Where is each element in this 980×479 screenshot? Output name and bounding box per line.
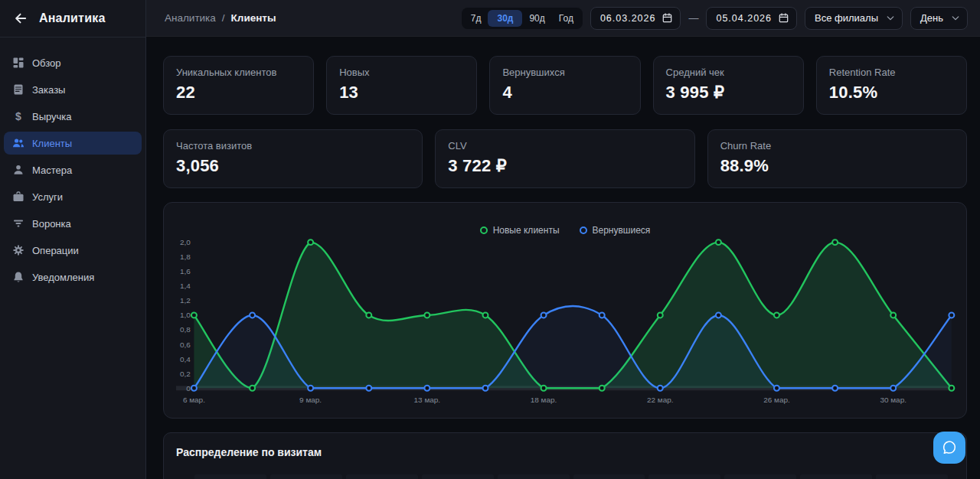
chevron-down-icon (887, 15, 894, 22)
chat-bubble-icon (942, 440, 957, 455)
kpi-value: 88.9% (720, 156, 954, 176)
sidebar-item-masters[interactable]: Мастера (4, 158, 142, 181)
legend-item-returned[interactable]: Вернувшиеся (580, 225, 651, 236)
svg-text:1,4: 1,4 (180, 282, 191, 290)
kpi-value: 13 (339, 83, 464, 103)
svg-text:6 мар.: 6 мар. (183, 396, 205, 404)
legend-dot-blue (580, 226, 587, 234)
sidebar-item-operations[interactable]: Операции (4, 239, 142, 262)
kpi-label: Вернувшихся (502, 67, 627, 78)
sidebar-item-funnel[interactable]: Воронка (4, 212, 142, 235)
dist-bar (346, 474, 418, 479)
branch-filter-select[interactable]: Все филиалы (805, 7, 903, 30)
dist-bar (573, 474, 645, 479)
breadcrumb-separator: / (222, 12, 225, 24)
sidebar-item-label: Услуги (32, 191, 63, 203)
svg-text:0,8: 0,8 (180, 326, 191, 334)
range-option-year[interactable]: Год (552, 10, 580, 27)
kpi-value: 10.5% (829, 83, 954, 103)
granularity-value: День (920, 12, 943, 24)
legend-label: Вернувшиеся (593, 225, 651, 236)
svg-text:2,0: 2,0 (180, 238, 191, 246)
sidebar-item-revenue[interactable]: $ Выручка (4, 105, 142, 128)
date-range-dash: — (688, 12, 698, 24)
sidebar-header: Аналитика (0, 0, 145, 37)
branch-filter-value: Все филиалы (815, 12, 878, 24)
svg-text:9 мар.: 9 мар. (299, 396, 322, 404)
sidebar-item-label: Операции (32, 245, 79, 256)
kpi-value: 22 (176, 83, 301, 103)
funnel-icon (12, 217, 24, 230)
dist-bar (422, 474, 494, 479)
kpi-row-2: Частота визитов 3,056 CLV 3 722 ₽ Churn … (163, 129, 967, 188)
person-icon (12, 164, 24, 176)
legend-item-new-clients[interactable]: Новые клиенты (480, 225, 560, 236)
kpi-label: Средний чек (666, 67, 791, 78)
range-option-7d[interactable]: 7д (464, 10, 488, 27)
svg-text:0: 0 (186, 384, 191, 393)
kpi-card-clv: CLV 3 722 ₽ (435, 129, 694, 188)
svg-text:1,8: 1,8 (180, 253, 191, 261)
sidebar-item-overview[interactable]: Обзор (4, 51, 142, 74)
kpi-value: 4 (502, 83, 627, 103)
kpi-value: 3 995 ₽ (666, 83, 791, 103)
svg-text:30 мар.: 30 мар. (880, 396, 906, 404)
svg-text:0,4: 0,4 (180, 355, 191, 363)
dollar-icon: $ (12, 110, 24, 122)
dist-bar (724, 474, 796, 479)
dist-bar (498, 474, 570, 479)
granularity-select[interactable]: День (910, 7, 968, 30)
sidebar-item-services[interactable]: Услуги (4, 185, 142, 208)
svg-text:18 мар.: 18 мар. (531, 396, 557, 404)
dist-bar (876, 474, 948, 479)
topbar-controls: 7д 30д 90д Год 06.03.2026 — 05.04.2026 В… (462, 7, 968, 30)
kpi-label: Новых (339, 67, 464, 78)
sidebar: Аналитика Обзор Заказы $ Выручка Клиенты… (0, 0, 146, 479)
svg-text:22 мар.: 22 мар. (647, 396, 674, 404)
gear-icon (12, 244, 24, 256)
date-from-value: 06.03.2026 (600, 13, 656, 24)
clients-line-chart-card: Новые клиенты Вернувшиеся 00,20,40,60,81… (163, 202, 967, 419)
dist-bar (194, 474, 266, 479)
app: Аналитика Обзор Заказы $ Выручка Клиенты… (0, 0, 980, 479)
kpi-row-1: Уникальных клиентов 22 Новых 13 Вернувши… (163, 56, 967, 115)
date-to-input[interactable]: 05.04.2026 (706, 7, 797, 30)
sidebar-item-label: Уведомления (32, 272, 94, 283)
sidebar-item-orders[interactable]: Заказы (4, 78, 142, 101)
main-area: Аналитика / Клиенты 7д 30д 90д Год 06.03… (146, 0, 980, 479)
svg-text:13 мар.: 13 мар. (414, 396, 441, 404)
calendar-icon (779, 13, 789, 23)
sidebar-item-label: Заказы (32, 84, 65, 96)
range-option-90d[interactable]: 90д (522, 10, 551, 27)
sidebar-item-clients[interactable]: Клиенты (4, 132, 142, 155)
chat-button[interactable] (933, 432, 965, 464)
kpi-card-average-check: Средний чек 3 995 ₽ (653, 56, 804, 115)
chevron-down-icon (952, 15, 959, 22)
sidebar-item-label: Клиенты (32, 138, 72, 149)
briefcase-icon (12, 191, 24, 203)
range-segmented-control: 7д 30д 90д Год (462, 8, 583, 29)
svg-text:1,6: 1,6 (180, 267, 191, 275)
date-from-input[interactable]: 06.03.2026 (590, 7, 681, 30)
date-to-value: 05.04.2026 (716, 13, 772, 24)
kpi-card-new-clients: Новых 13 (326, 56, 477, 115)
sidebar-item-label: Выручка (32, 111, 72, 122)
sidebar-item-notifications[interactable]: Уведомления (4, 266, 142, 288)
kpi-value: 3,056 (176, 156, 410, 176)
breadcrumb-parent[interactable]: Аналитика (165, 12, 216, 24)
breadcrumb-current: Клиенты (231, 12, 276, 24)
kpi-card-churn-rate: Churn Rate 88.9% (707, 129, 967, 188)
kpi-card-returned-clients: Вернувшихся 4 (489, 56, 640, 115)
sidebar-item-label: Мастера (32, 165, 72, 176)
kpi-label: Retention Rate (829, 67, 954, 78)
kpi-label: Churn Rate (720, 140, 954, 152)
back-button[interactable] (14, 11, 28, 25)
dist-bar (270, 474, 342, 479)
range-option-30d[interactable]: 30д (488, 10, 522, 27)
kpi-card-visit-frequency: Частота визитов 3,056 (163, 129, 423, 188)
calendar-icon (662, 13, 672, 23)
visit-distribution-title: Распределение по визитам (176, 446, 954, 458)
svg-text:1,0: 1,0 (180, 311, 191, 319)
kpi-label: Уникальных клиентов (176, 67, 301, 78)
dist-bar (648, 474, 720, 479)
